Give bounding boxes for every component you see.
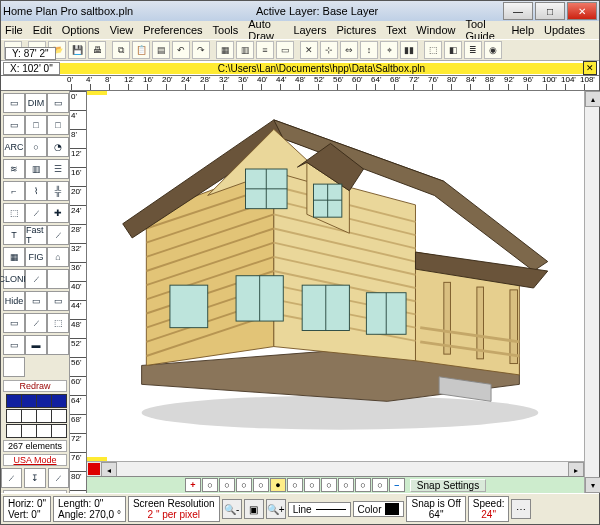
zoom-step-button[interactable]: ○ — [304, 478, 320, 492]
color-swatch[interactable] — [36, 424, 52, 438]
zoom-step-button[interactable]: ○ — [372, 478, 388, 492]
color-swatch[interactable] — [21, 394, 37, 408]
tool-button[interactable]: ☰ — [47, 159, 69, 179]
color-swatch[interactable] — [6, 424, 22, 438]
zoom-step-button[interactable]: ○ — [338, 478, 354, 492]
tool-button[interactable]: ✕ — [300, 41, 318, 59]
scroll-up-icon[interactable]: ▴ — [585, 91, 600, 107]
tool-button[interactable]: ARC — [3, 137, 25, 157]
zoom-fit-button[interactable]: ▣ — [244, 499, 264, 519]
tool-button[interactable]: Hide — [3, 291, 25, 311]
tool-button[interactable]: FIG — [25, 247, 47, 267]
tool-button[interactable]: Fast T — [25, 225, 47, 245]
menu-item[interactable]: Updates — [544, 24, 585, 36]
minimize-button[interactable]: — — [503, 2, 533, 20]
tool-button[interactable]: ▥ — [25, 159, 47, 179]
menu-item[interactable]: Window — [416, 24, 455, 36]
snap-status[interactable]: Snap is Off 64" — [406, 496, 465, 522]
tool-button[interactable]: □ — [47, 115, 69, 135]
tool-button[interactable]: ⌇ — [25, 181, 47, 201]
horizontal-scrollbar[interactable]: ◂ ▸ — [87, 461, 584, 476]
tool-button[interactable]: ▭ — [47, 291, 69, 311]
paste-icon[interactable]: 📋 — [132, 41, 150, 59]
tool-button[interactable]: ⟋ — [1, 468, 22, 488]
menu-item[interactable]: Layers — [293, 24, 326, 36]
menu-item[interactable]: Text — [386, 24, 406, 36]
tool-button[interactable]: ⟋ — [47, 225, 69, 245]
origin-marker-icon[interactable] — [88, 463, 100, 475]
tool-button[interactable]: □ — [25, 115, 47, 135]
tool-button[interactable]: ▬ — [25, 335, 47, 355]
color-swatch[interactable] — [36, 394, 52, 408]
vertical-scrollbar[interactable]: ▴ ▾ — [584, 91, 599, 493]
line-style[interactable]: Line — [288, 502, 351, 517]
tool-button[interactable]: ≡ — [256, 41, 274, 59]
tool-button[interactable]: ⬚ — [47, 313, 69, 333]
tool-button[interactable]: ▭ — [3, 335, 25, 355]
zoom-step-button[interactable]: ○ — [287, 478, 303, 492]
color-swatch[interactable] — [21, 424, 37, 438]
zoom-step-button[interactable]: ○ — [219, 478, 235, 492]
tool-button[interactable]: ◉ — [484, 41, 502, 59]
tool-button[interactable]: ▦ — [216, 41, 234, 59]
tool-button[interactable]: ⌐ — [3, 181, 25, 201]
zoom-in-icon[interactable]: + — [185, 478, 201, 492]
tool-button[interactable]: ⟋ — [48, 468, 69, 488]
tool-button[interactable]: ≣ — [464, 41, 482, 59]
menu-item[interactable]: File — [5, 24, 23, 36]
redraw-button[interactable]: Redraw — [3, 380, 67, 392]
tool-button[interactable]: ▭ — [47, 93, 69, 113]
tool-button[interactable]: ◧ — [444, 41, 462, 59]
tool-button[interactable]: ⇔ — [340, 41, 358, 59]
redo-icon[interactable]: ↷ — [192, 41, 210, 59]
tool-button[interactable]: DIM — [25, 93, 47, 113]
save-icon[interactable]: 💾 — [68, 41, 86, 59]
zoom-out-icon[interactable]: – — [389, 478, 405, 492]
tool-button[interactable]: ↧ — [24, 468, 45, 488]
snap-settings-button[interactable]: Snap Settings — [410, 479, 486, 492]
color-swatch[interactable] — [21, 409, 37, 423]
zoom-step-button[interactable]: ○ — [253, 478, 269, 492]
tool-button[interactable]: ⟋ — [25, 313, 47, 333]
tool-button[interactable]: ≋ — [3, 159, 25, 179]
menu-item[interactable]: Options — [62, 24, 100, 36]
tool-button[interactable]: ⬚ — [3, 203, 25, 223]
tool-button[interactable]: ⊹ — [320, 41, 338, 59]
tool-button[interactable]: ⟋ — [25, 203, 47, 223]
menu-item[interactable]: Preferences — [143, 24, 202, 36]
tool-button[interactable]: ▭ — [25, 291, 47, 311]
tool-button[interactable]: ▭ — [276, 41, 294, 59]
maximize-button[interactable]: □ — [535, 2, 565, 20]
tool-button[interactable]: ↕ — [360, 41, 378, 59]
undo-icon[interactable]: ↶ — [172, 41, 190, 59]
tool-button[interactable]: ⌖ — [380, 41, 398, 59]
menu-item[interactable]: Tools — [213, 24, 239, 36]
menu-item[interactable]: View — [110, 24, 134, 36]
zoom-in-button[interactable]: 🔍+ — [266, 499, 286, 519]
close-button[interactable]: ✕ — [567, 2, 597, 20]
zoom-out-button[interactable]: 🔍- — [222, 499, 242, 519]
tool-button[interactable]: ▮▮ — [400, 41, 418, 59]
menu-item[interactable]: Pictures — [336, 24, 376, 36]
color-swatch[interactable] — [51, 409, 67, 423]
tool-button[interactable]: ▭ — [3, 313, 25, 333]
tool-button[interactable]: ▥ — [236, 41, 254, 59]
color-picker[interactable]: Color — [353, 501, 405, 517]
tool-button[interactable]: ⟋ — [25, 269, 47, 289]
tool-button[interactable]: CLONE — [3, 269, 25, 289]
tool-button[interactable] — [47, 269, 69, 289]
tool-button[interactable]: ▭ — [3, 115, 25, 135]
tool-button[interactable]: ○ — [25, 137, 47, 157]
tool-button[interactable]: ▭ — [3, 93, 25, 113]
color-swatch[interactable] — [51, 394, 67, 408]
tool-button[interactable]: ◔ — [47, 137, 69, 157]
tool-button[interactable]: ✚ — [47, 203, 69, 223]
color-swatch[interactable] — [36, 409, 52, 423]
scroll-down-icon[interactable]: ▾ — [585, 477, 600, 493]
zoom-step-button[interactable]: ○ — [355, 478, 371, 492]
zoom-step-button[interactable]: ○ — [202, 478, 218, 492]
zoom-step-button[interactable]: ● — [270, 478, 286, 492]
color-swatch[interactable] — [51, 424, 67, 438]
menu-item[interactable]: Help — [511, 24, 534, 36]
tool-button[interactable]: ⬚ — [424, 41, 442, 59]
